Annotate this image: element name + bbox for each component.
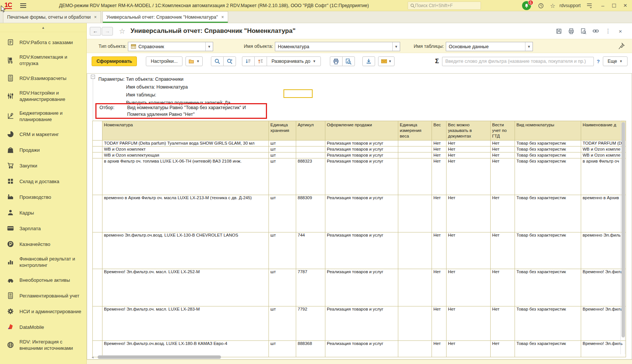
table-cell[interactable] bbox=[93, 158, 102, 195]
table-cell[interactable]: Реализация товаров и услуг bbox=[325, 195, 398, 232]
main-menu-icon[interactable] bbox=[20, 3, 26, 8]
table-cell[interactable]: временно в Архив bbox=[581, 195, 626, 232]
column-header[interactable]: Артикул bbox=[296, 121, 325, 141]
table-cell[interactable]: временно Эл.фильтр.оч.возд. LUXE LX-130-… bbox=[102, 232, 269, 269]
table-cell[interactable]: Товар без характеристик bbox=[515, 306, 581, 341]
table-cell[interactable]: Реализация товаров и услуг bbox=[325, 152, 398, 158]
table-cell[interactable]: 888309 bbox=[296, 195, 325, 232]
table-cell[interactable] bbox=[398, 141, 432, 146]
chevron-down-icon[interactable]: ▼ bbox=[525, 42, 533, 51]
table-cell[interactable]: Нет bbox=[447, 158, 491, 195]
scroll-left-icon[interactable]: ◂ bbox=[92, 355, 93, 359]
add-favorite-star-icon[interactable]: ☆ bbox=[119, 27, 125, 36]
table-cell[interactable]: Нет bbox=[491, 146, 515, 152]
table-cell[interactable]: Нет bbox=[432, 306, 447, 341]
table-cell[interactable] bbox=[296, 146, 325, 152]
sidebar-item-nsi-admin[interactable]: НСИ и администрирование bbox=[0, 303, 86, 319]
tab-close-icon[interactable]: × bbox=[221, 15, 224, 20]
back-button[interactable]: ← bbox=[90, 27, 101, 36]
sidebar-item-finance[interactable]: Финансовый результат и контроллинг bbox=[0, 252, 86, 272]
close-report-icon[interactable]: × bbox=[617, 28, 624, 34]
table-cell[interactable]: Реализация товаров и услуг bbox=[325, 141, 398, 146]
sidebar-item-production[interactable]: Производство bbox=[0, 189, 86, 205]
table-name-combo[interactable]: Основные данные ▼ bbox=[446, 42, 533, 51]
pin-icon[interactable] bbox=[618, 43, 625, 50]
table-cell[interactable]: Нет bbox=[491, 152, 515, 158]
print-icon[interactable] bbox=[330, 56, 343, 66]
table-cell[interactable]: 7787 bbox=[296, 269, 325, 306]
expand-to-button[interactable]: Разворачивать до▼ bbox=[267, 56, 321, 66]
table-cell[interactable]: WB и Ozon комплектующая bbox=[102, 152, 269, 158]
tab-print-forms[interactable]: Печатные формы, отчеты и обработки × bbox=[3, 11, 101, 23]
table-cell[interactable] bbox=[296, 141, 325, 146]
tab-universal-report[interactable]: Универсальный отчет: Справочник "Номенкл… bbox=[102, 11, 228, 23]
table-cell[interactable]: шт bbox=[269, 232, 296, 269]
notifications-bell-icon[interactable]: 6 bbox=[522, 1, 531, 10]
column-header[interactable]: Оформление продажи bbox=[325, 121, 398, 141]
minimize-button[interactable]: – bbox=[598, 1, 607, 10]
sidebar-item-settlements[interactable]: RDV:Взаиморасчеты bbox=[0, 70, 86, 86]
print-preview-icon[interactable] bbox=[342, 56, 355, 66]
table-cell[interactable]: Товар без характеристик bbox=[515, 232, 581, 269]
send-email-button[interactable]: ▼ bbox=[378, 56, 395, 66]
table-cell[interactable]: в архив Фильтр оч. топлива LUXE LX-06-TH… bbox=[102, 158, 269, 195]
sidebar-item-treasury[interactable]: Казначейство bbox=[0, 236, 86, 252]
vertical-scrollbar-thumb[interactable] bbox=[622, 122, 625, 337]
forward-button[interactable]: → bbox=[102, 27, 113, 36]
expand-groups-icon[interactable] bbox=[254, 56, 267, 66]
table-cell[interactable]: Временно! Эл.фильтр.оч. масл. LUXE LX-25… bbox=[102, 269, 269, 306]
chevron-down-icon[interactable]: ▼ bbox=[205, 42, 213, 51]
table-cell[interactable]: Нет bbox=[491, 232, 515, 269]
table-cell[interactable]: Временно! Эл.филь bbox=[581, 306, 626, 341]
table-cell[interactable]: Реализация товаров и услуг bbox=[325, 306, 398, 341]
print-preview-icon[interactable] bbox=[580, 28, 587, 34]
table-cell[interactable]: Нет bbox=[432, 152, 447, 158]
table-cell[interactable]: Нет bbox=[491, 269, 515, 306]
sidebar-item-orders[interactable]: RDV:Работа с заказами bbox=[0, 34, 86, 50]
table-cell[interactable] bbox=[398, 306, 432, 341]
generate-button[interactable]: Сформировать bbox=[92, 56, 137, 66]
table-cell[interactable] bbox=[93, 152, 102, 158]
table-cell[interactable]: Нет bbox=[447, 146, 491, 152]
table-cell[interactable]: Нет bbox=[447, 141, 491, 146]
find-icon[interactable] bbox=[211, 56, 224, 66]
table-cell[interactable] bbox=[398, 232, 432, 269]
column-header[interactable]: Вес можно указывать в документах bbox=[447, 121, 491, 141]
table-cell[interactable]: Реализация товаров и услуг bbox=[325, 158, 398, 195]
quick-filter-input[interactable] bbox=[442, 57, 594, 66]
print-icon[interactable] bbox=[568, 28, 574, 34]
table-cell[interactable]: Временно! Эл.фильтр.оч. масл. LUXE LX-28… bbox=[102, 306, 269, 341]
table-cell[interactable] bbox=[398, 158, 432, 195]
sidebar-item-rdv-integration[interactable]: RDV: Интеграция с внешними источниками bbox=[0, 335, 86, 355]
save-file-icon[interactable] bbox=[362, 56, 375, 66]
table-cell[interactable] bbox=[93, 195, 102, 232]
column-header[interactable]: Наименование д bbox=[581, 121, 626, 141]
sidebar-item-budgeting[interactable]: Бюджетирование и планирование bbox=[0, 106, 86, 126]
table-cell[interactable] bbox=[398, 146, 432, 152]
table-cell[interactable]: TODAY PARFUM (Delta parfum) Туалетная во… bbox=[102, 141, 269, 146]
table-cell[interactable] bbox=[93, 232, 102, 269]
search-input[interactable] bbox=[415, 3, 475, 8]
close-window-button[interactable]: × bbox=[621, 1, 630, 10]
table-cell[interactable] bbox=[398, 195, 432, 232]
table-cell[interactable] bbox=[93, 146, 102, 152]
sidebar-item-assets[interactable]: Внеоборотные активы bbox=[0, 272, 86, 288]
sidebar-item-crm[interactable]: CRM и маркетинг bbox=[0, 126, 86, 142]
table-cell[interactable]: Нет bbox=[491, 158, 515, 195]
table-cell[interactable]: Нет bbox=[447, 152, 491, 158]
table-cell[interactable]: WB и Ozon компле bbox=[581, 152, 626, 158]
sidebar-item-salary[interactable]: Зарплата bbox=[0, 220, 86, 236]
table-cell[interactable]: Нет bbox=[432, 146, 447, 152]
table-cell[interactable]: Реализация товаров и услуг bbox=[325, 146, 398, 152]
table-cell[interactable]: Временно! Эл.филь bbox=[581, 269, 626, 306]
more-button[interactable]: Еще▼ bbox=[603, 56, 628, 66]
maximize-button[interactable]: ☐ bbox=[610, 1, 619, 10]
object-type-combo[interactable]: Справочник ▼ bbox=[128, 42, 213, 51]
table-cell[interactable]: Нет bbox=[432, 269, 447, 306]
object-name-combo[interactable]: Номенклатура ▼ bbox=[275, 42, 400, 51]
table-cell[interactable]: шт bbox=[269, 152, 296, 158]
table-cell[interactable]: шт bbox=[269, 195, 296, 232]
column-header[interactable]: Вес bbox=[432, 121, 447, 141]
table-cell[interactable]: WB и Ozon комплект bbox=[102, 146, 269, 152]
table-cell[interactable]: Нет bbox=[447, 195, 491, 232]
